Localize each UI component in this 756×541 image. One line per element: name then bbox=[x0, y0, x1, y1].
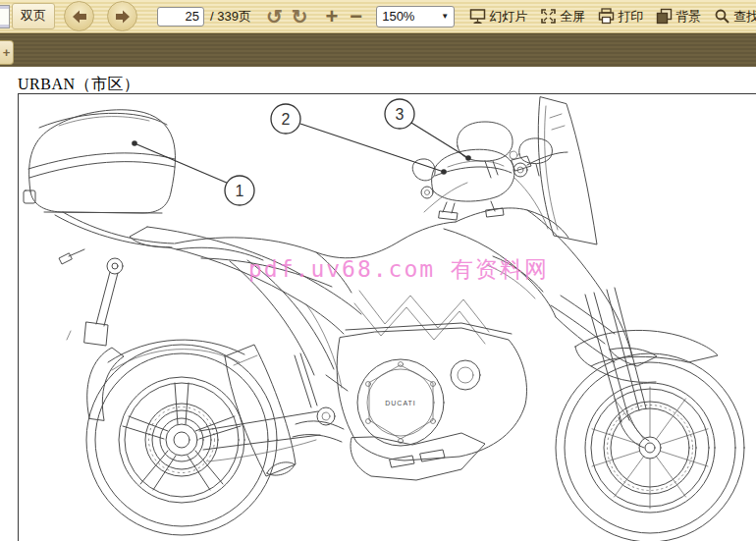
pdf-reader-window: { "toolbar": { "two_page_label": "双页", "… bbox=[0, 0, 756, 541]
projector-screen-icon bbox=[469, 8, 486, 25]
next-page-button[interactable] bbox=[107, 1, 137, 31]
watermark-text: pdf.uv68.com 有资料网 bbox=[248, 254, 549, 285]
layers-icon bbox=[656, 8, 673, 25]
frame-trellis bbox=[354, 291, 489, 344]
two-page-view-button[interactable]: 双页 bbox=[12, 3, 55, 29]
zoom-level-value: 150% bbox=[382, 9, 414, 24]
arrow-right-icon bbox=[114, 9, 132, 25]
callout-1: 1 bbox=[225, 176, 254, 205]
search-label: 查找 bbox=[733, 8, 756, 26]
expand-panel-tab[interactable]: + bbox=[0, 40, 14, 65]
chevron-down-icon: ▼ bbox=[441, 12, 449, 21]
fullscreen-label: 全屏 bbox=[560, 8, 585, 26]
handlebar-bag bbox=[412, 149, 514, 220]
zoom-level-dropdown[interactable]: 150% ▼ bbox=[376, 6, 455, 27]
printer-icon bbox=[598, 8, 615, 25]
page-number-input[interactable] bbox=[157, 7, 204, 27]
callout-1-label: 1 bbox=[236, 183, 244, 199]
search-button[interactable]: 查找 bbox=[714, 8, 756, 26]
seat bbox=[175, 222, 456, 375]
secondary-bar: + bbox=[0, 33, 756, 67]
previous-page-button[interactable] bbox=[64, 1, 94, 31]
callout-2: 2 bbox=[271, 104, 300, 134]
slideshow-button[interactable]: 幻灯片 bbox=[469, 8, 527, 26]
page-total-label: / 339页 bbox=[210, 8, 251, 26]
top-case bbox=[24, 110, 175, 213]
rear-hugger bbox=[87, 340, 244, 420]
background-button[interactable]: 背景 bbox=[656, 8, 701, 26]
zoom-in-button[interactable]: + bbox=[325, 6, 338, 27]
rotate-cw-button[interactable]: ↻ bbox=[292, 7, 308, 27]
rotate-ccw-button[interactable]: ↺ bbox=[266, 7, 283, 27]
print-button[interactable]: 打印 bbox=[598, 8, 643, 26]
page-layout-icon[interactable] bbox=[0, 5, 10, 28]
callout-2-label: 2 bbox=[282, 111, 291, 128]
search-icon bbox=[714, 8, 730, 25]
fullscreen-button[interactable]: 全屏 bbox=[540, 8, 585, 26]
pdf-toolbar: 双页 / 339页 ↺ ↻ + − 150% ▼ 幻灯片 全屏 bbox=[0, 0, 756, 33]
rear-wheel bbox=[86, 345, 277, 535]
background-label: 背景 bbox=[675, 8, 701, 26]
slideshow-label: 幻灯片 bbox=[489, 8, 527, 26]
print-label: 打印 bbox=[618, 8, 643, 26]
engine: DUCATI bbox=[317, 323, 526, 460]
engine-brand-text: DUCATI bbox=[385, 400, 416, 406]
callout-3-label: 3 bbox=[396, 106, 405, 123]
arrow-left-icon bbox=[71, 9, 88, 25]
callout-leaders bbox=[132, 123, 471, 184]
front-wheel bbox=[556, 353, 744, 541]
zoom-out-button[interactable]: − bbox=[350, 6, 362, 27]
callout-3: 3 bbox=[385, 99, 414, 129]
fullscreen-icon bbox=[540, 8, 557, 25]
skid-plate bbox=[351, 433, 485, 480]
